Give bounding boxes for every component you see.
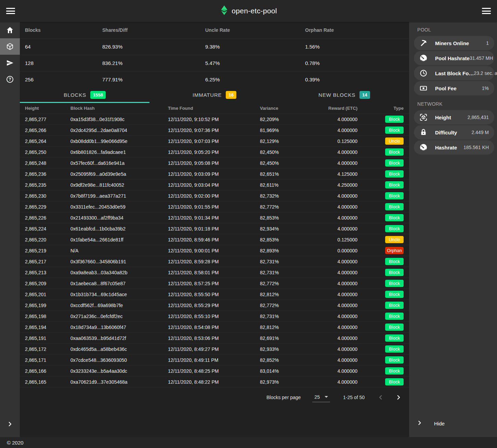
prev-page-button[interactable]	[376, 393, 385, 402]
tab-blocks-count-badge: 1558	[90, 91, 106, 99]
block-row: 2,865,201 0x1b31b734...69c1d45ace 12/11/…	[20, 289, 409, 300]
block-variance: 82,772%	[260, 281, 315, 286]
block-type-badge: Block	[385, 334, 404, 342]
topbar: open-etc-pool	[0, 0, 497, 22]
luck-blocks-value: 128	[25, 60, 102, 66]
block-row: 2,865,236 0x25095f69...a0d39e9e5a 12/11/…	[20, 169, 409, 180]
hide-sidebar-button[interactable]: Hide	[409, 416, 497, 431]
block-type-badge: Block	[385, 170, 404, 177]
block-hash: 0xa15d3f38...0e31f1908c	[70, 117, 168, 122]
nav-item-help[interactable]: ?	[0, 71, 20, 88]
block-hash: 0x57fec60f...da616e941a	[70, 160, 168, 166]
page-range-label: 1-25 of 50	[343, 395, 365, 400]
block-row: 2,865,235 0x9df2e98e...811fc40052 12/11/…	[20, 180, 409, 190]
next-page-button[interactable]	[394, 393, 403, 402]
block-type-badge: Uncle	[385, 236, 404, 243]
block-time-found: 12/11/2020, 9:02:00 PM	[168, 193, 260, 199]
help-icon: ?	[6, 75, 14, 83]
block-hash: 0xaa063539...b95d41d72f	[70, 335, 168, 341]
block-height: 2,865,172	[25, 346, 70, 352]
block-type-badge: Block	[385, 192, 404, 199]
tab-new-blocks[interactable]: NEW BLOCKS 14	[279, 88, 409, 103]
nav-item-home[interactable]	[0, 22, 20, 38]
block-type-badge: Block	[385, 181, 404, 188]
block-reward: 4.000000	[315, 149, 357, 155]
blocks-table-header: Height Block Hash Time Found Variance Re…	[20, 103, 409, 114]
luck-header-shares: Shares/Diff	[102, 27, 205, 33]
tab-new-blocks-count-badge: 14	[359, 91, 370, 99]
block-time-found: 12/11/2020, 8:53:06 PM	[168, 335, 260, 341]
block-type-badge: Block	[385, 148, 404, 156]
chevron-down-icon	[325, 396, 328, 398]
stat-pool-fee: Pool Fee 1%	[414, 81, 494, 95]
block-height: 2,865,194	[25, 325, 70, 330]
block-time-found: 12/11/2020, 9:10:52 PM	[168, 117, 260, 122]
block-reward: 4.000000	[315, 357, 357, 363]
block-height: 2,865,166	[25, 368, 70, 374]
luck-orphan-value: 1.56%	[305, 44, 404, 50]
block-row: 2,865,172 0xdc465d5a...a58beb436c 12/11/…	[20, 344, 409, 355]
luck-table-row: 64 826.93% 9.38% 1.56%	[20, 38, 409, 55]
chevron-right-icon	[417, 420, 422, 427]
block-row: 2,865,226 0x21493300...af2ff9ba34 12/11/…	[20, 212, 409, 223]
block-variance: 82,893%	[260, 248, 315, 253]
block-reward: 4.000000	[315, 128, 357, 133]
luck-table-row: 128 836.21% 5.47% 0.78%	[20, 55, 409, 71]
block-time-found: 12/11/2020, 8:55:50 PM	[168, 292, 260, 297]
luck-header-uncle: Uncle Rate	[205, 27, 305, 33]
block-time-found: 12/11/2020, 8:48:25 PM	[168, 368, 260, 374]
stat-value: 2,865,431	[468, 115, 489, 120]
block-height: 2,865,219	[25, 248, 70, 253]
page-size-select[interactable]: 25	[312, 393, 330, 402]
stat-value: 31.457 MH	[470, 55, 493, 61]
block-row: 2,865,264 0xb08dd0b1...99e066d95e 12/11/…	[20, 136, 409, 147]
cube-icon	[6, 42, 14, 51]
block-hash: 0x271a236c...0efcfdf2ec	[70, 314, 168, 319]
block-reward: 4.000000	[315, 379, 357, 385]
tab-immature[interactable]: IMMATURE 16	[149, 88, 279, 103]
nav-item-payments[interactable]	[0, 55, 20, 71]
block-time-found: 12/11/2020, 8:55:29 PM	[168, 303, 260, 308]
tab-blocks[interactable]: BLOCKS 1558	[20, 88, 149, 103]
expand-rail-button[interactable]	[0, 416, 20, 432]
cube-scan-icon	[419, 113, 428, 121]
menu-hamburger-icon[interactable]	[6, 8, 15, 14]
block-row: 2,865,220 0x1fabe54a...2661de81ff 12/11/…	[20, 234, 409, 245]
block-type-badge: Block	[385, 269, 404, 276]
block-variance: 82,611%	[260, 182, 315, 188]
block-type-badge: Block	[385, 324, 404, 331]
block-reward: 4.000000	[315, 346, 357, 352]
stat-label: Miners Online	[435, 40, 469, 46]
block-reward: 0.125000	[315, 139, 357, 144]
block-height: 2,865,248	[25, 160, 70, 166]
chevron-right-icon	[7, 421, 13, 427]
block-variance: 82,772%	[260, 204, 315, 210]
block-variance: 82,772%	[260, 303, 315, 308]
block-reward: 4.000000	[315, 226, 357, 232]
block-time-found: 12/11/2020, 9:05:20 PM	[168, 149, 260, 155]
block-variance: 82,209%	[260, 117, 315, 122]
block-time-found: 12/11/2020, 9:01:34 PM	[168, 215, 260, 221]
block-height: 2,865,224	[25, 226, 70, 232]
stat-last-block-found: Last Block Fo… 23.2 sec. ago	[414, 66, 494, 80]
block-variance: 82,129%	[260, 139, 315, 144]
block-hash: 0x61eabfcd...1b0cba39b2	[70, 226, 168, 232]
nav-item-blocks[interactable]	[0, 38, 20, 55]
block-time-found: 12/11/2020, 9:03:04 PM	[168, 182, 260, 188]
clock-icon	[419, 69, 428, 77]
block-reward: 4.000000	[315, 368, 357, 374]
block-type-badge: Block	[385, 280, 404, 287]
block-variance: 82,731%	[260, 314, 315, 319]
header-block-hash: Block Hash	[70, 106, 168, 111]
block-type-badge: Block	[385, 313, 404, 320]
block-variance: 82,852%	[260, 357, 315, 363]
blocks-per-page-label: Blocks per page	[266, 395, 301, 400]
block-tabs: BLOCKS 1558 IMMATURE 16 NEW BLOCKS 14	[20, 88, 409, 103]
block-type-badge: Block	[385, 345, 404, 353]
luck-blocks-value: 256	[25, 77, 102, 82]
pool-section-title: POOL	[409, 22, 497, 36]
tab-immature-label: IMMATURE	[193, 92, 222, 98]
sidebar-hamburger-icon[interactable]	[482, 8, 491, 14]
tab-new-blocks-label: NEW BLOCKS	[318, 92, 355, 98]
block-row: 2,865,229 0x3311efec...20453d0e59 12/11/…	[20, 201, 409, 212]
